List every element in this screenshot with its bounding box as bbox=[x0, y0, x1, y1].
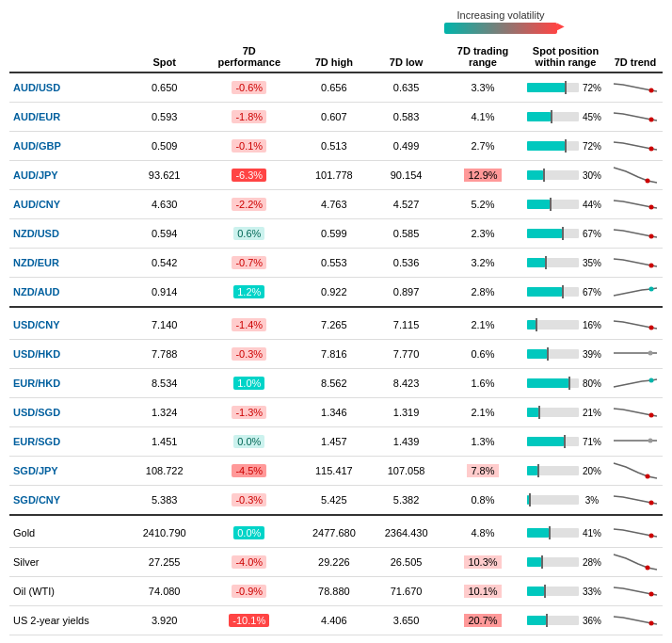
cell-low: 107.058 bbox=[370, 457, 442, 486]
cell-trend bbox=[608, 161, 663, 190]
cell-perf: -0.3% bbox=[200, 340, 297, 369]
cell-perf: 0.0% bbox=[200, 427, 297, 457]
cell-trend bbox=[608, 219, 663, 249]
cell-low: 0.635 bbox=[370, 72, 442, 103]
cell-range: 3.2% bbox=[442, 249, 523, 278]
cell-high: 8.562 bbox=[297, 369, 370, 398]
cell-spot: 0.509 bbox=[128, 132, 200, 161]
cell-range: 1.3% bbox=[442, 427, 523, 457]
cell-range: 10.3% bbox=[442, 548, 523, 577]
svg-point-8 bbox=[649, 326, 654, 330]
cell-pair: USD/SGD bbox=[9, 398, 128, 427]
volatility-header: Increasing volatility bbox=[339, 9, 663, 34]
cell-range: 2.3% bbox=[442, 219, 523, 249]
cell-range: 2.1% bbox=[442, 311, 523, 340]
cell-spot: 5.383 bbox=[128, 486, 200, 516]
svg-point-14 bbox=[649, 501, 654, 506]
table-row: EUR/SGD1.4510.0%1.4571.4391.3%71% bbox=[9, 427, 663, 457]
cell-spot: 3.623 bbox=[128, 635, 200, 644]
svg-point-17 bbox=[649, 592, 654, 597]
cell-high: 2477.680 bbox=[297, 519, 370, 548]
cell-low: 26.505 bbox=[370, 548, 442, 577]
table-row: US 2-year yields3.920-10.1%4.4063.65020.… bbox=[9, 606, 663, 635]
cell-spot-bar: 35% bbox=[523, 249, 608, 278]
cell-pair: NZD/AUD bbox=[9, 278, 128, 308]
main-table: Spot 7Dperformance 7D high 7D low 7D tra… bbox=[9, 41, 663, 643]
cell-trend bbox=[608, 311, 663, 340]
cell-high: 0.599 bbox=[297, 219, 370, 249]
cell-pair: AUD/JPY bbox=[9, 161, 128, 190]
cell-range: 2.7% bbox=[442, 132, 523, 161]
cell-low: 7.770 bbox=[370, 340, 442, 369]
cell-perf: -6.6% bbox=[200, 635, 297, 644]
cell-high: 115.417 bbox=[297, 457, 370, 486]
cell-spot-bar: 41% bbox=[523, 519, 608, 548]
col-pair bbox=[9, 41, 128, 72]
cell-low: 2364.430 bbox=[370, 519, 442, 548]
cell-low: 5.382 bbox=[370, 486, 442, 516]
cell-spot-bar: 33% bbox=[523, 577, 608, 606]
cell-perf: 0.6% bbox=[200, 219, 297, 249]
cell-pair: Silver bbox=[9, 548, 128, 577]
cell-trend bbox=[608, 457, 663, 486]
col-high7d: 7D high bbox=[297, 41, 370, 72]
svg-point-2 bbox=[649, 147, 654, 152]
cell-spot: 1.324 bbox=[128, 398, 200, 427]
cell-spot: 8.534 bbox=[128, 369, 200, 398]
cell-pair: NZD/USD bbox=[9, 219, 128, 249]
cell-spot-bar: 3% bbox=[523, 486, 608, 516]
col-low7d: 7D low bbox=[370, 41, 442, 72]
cell-pair: USD/CNY bbox=[9, 311, 128, 340]
cell-pair: Oil (WTI) bbox=[9, 577, 128, 606]
cell-perf: -0.9% bbox=[200, 577, 297, 606]
svg-point-6 bbox=[649, 264, 654, 268]
table-row: AUD/JPY93.621-6.3%101.77890.15412.9%30% bbox=[9, 161, 663, 190]
cell-range: 10.1% bbox=[442, 577, 523, 606]
cell-high: 0.607 bbox=[297, 103, 370, 132]
cell-trend bbox=[608, 72, 663, 103]
cell-range: 2.1% bbox=[442, 398, 523, 427]
col-trend7d: 7D trend bbox=[608, 41, 663, 72]
cell-perf: -0.6% bbox=[200, 72, 297, 103]
svg-point-15 bbox=[649, 534, 654, 539]
cell-trend bbox=[608, 103, 663, 132]
cell-spot-bar: 72% bbox=[523, 72, 608, 103]
cell-perf: -2.2% bbox=[200, 190, 297, 219]
cell-low: 0.897 bbox=[370, 278, 442, 308]
cell-pair: SGD/JPY bbox=[9, 457, 128, 486]
cell-trend bbox=[608, 635, 663, 644]
table-row: Silver27.255-4.0%29.22626.50510.3%28% bbox=[9, 548, 663, 577]
cell-perf: -0.1% bbox=[200, 132, 297, 161]
cell-trend bbox=[608, 427, 663, 457]
cell-low: 8.423 bbox=[370, 369, 442, 398]
cell-spot: 0.914 bbox=[128, 278, 200, 308]
cell-high: 0.922 bbox=[297, 278, 370, 308]
col-spot: Spot bbox=[128, 41, 200, 72]
cell-perf: 0.0% bbox=[200, 519, 297, 548]
cell-spot: 74.080 bbox=[128, 577, 200, 606]
svg-point-12 bbox=[648, 439, 653, 443]
cell-range: 5.2% bbox=[442, 190, 523, 219]
svg-point-3 bbox=[646, 179, 650, 184]
cell-spot: 3.920 bbox=[128, 606, 200, 635]
cell-spot-bar: 45% bbox=[523, 103, 608, 132]
cell-spot: 1.451 bbox=[128, 427, 200, 457]
cell-trend bbox=[608, 249, 663, 278]
cell-low: 0.583 bbox=[370, 103, 442, 132]
cell-range: 12.9% bbox=[442, 161, 523, 190]
table-row: AUD/CNY4.630-2.2%4.7634.5275.2%44% bbox=[9, 190, 663, 219]
cell-pair: SGD/CNY bbox=[9, 486, 128, 516]
cell-range: 20.7% bbox=[442, 606, 523, 635]
table-row: SGD/CNY5.383-0.3%5.4255.3820.8%3% bbox=[9, 486, 663, 516]
cell-trend bbox=[608, 606, 663, 635]
cell-perf: 1.2% bbox=[200, 278, 297, 308]
header-row: Spot 7Dperformance 7D high 7D low 7D tra… bbox=[9, 41, 663, 72]
cell-trend bbox=[608, 340, 663, 369]
svg-point-5 bbox=[649, 234, 654, 239]
cell-spot: 0.650 bbox=[128, 72, 200, 103]
table-row: NZD/AUD0.9141.2%0.9220.8972.8%67% bbox=[9, 278, 663, 308]
cell-trend bbox=[608, 190, 663, 219]
cell-trend bbox=[608, 132, 663, 161]
cell-range: 4.1% bbox=[442, 103, 523, 132]
cell-low: 7.115 bbox=[370, 311, 442, 340]
